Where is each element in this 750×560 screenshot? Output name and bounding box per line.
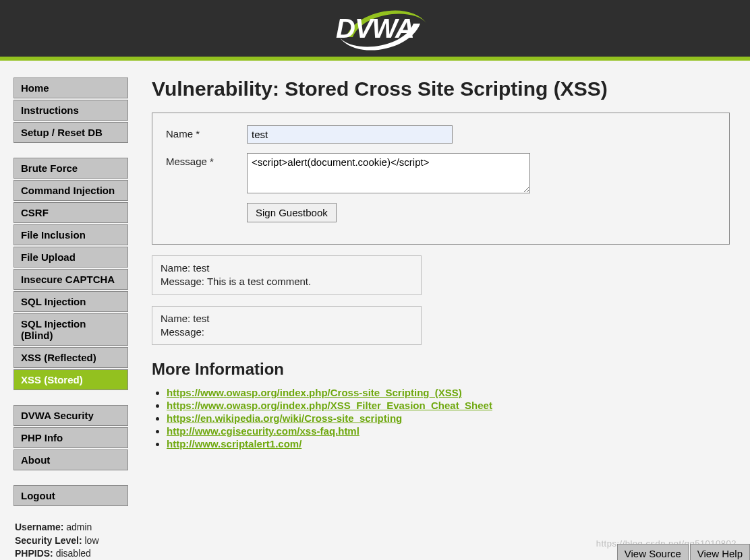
- entry-name-label: Name:: [161, 313, 190, 324]
- info-links-list: https://www.owasp.org/index.php/Cross-si…: [167, 387, 730, 449]
- sidebar-item-file-inclusion[interactable]: File Inclusion: [13, 224, 128, 245]
- info-link[interactable]: https://www.owasp.org/index.php/XSS_Filt…: [167, 400, 492, 411]
- sidebar-item-setup[interactable]: Setup / Reset DB: [13, 122, 128, 143]
- header-bar: DVWA: [0, 0, 750, 61]
- sidebar-item-insecure-captcha[interactable]: Insecure CAPTCHA: [13, 269, 128, 290]
- more-info-heading: More Information: [152, 360, 730, 379]
- sidebar-item-sql-injection-blind[interactable]: SQL Injection (Blind): [13, 313, 128, 346]
- sidebar-item-csrf[interactable]: CSRF: [13, 202, 128, 223]
- info-link[interactable]: https://en.wikipedia.org/wiki/Cross-site…: [167, 412, 402, 424]
- sidebar-item-logout[interactable]: Logout: [13, 485, 128, 506]
- guestbook-form: Name * Message * Sign Guestbook: [152, 113, 730, 245]
- logo: DVWA: [336, 13, 414, 44]
- sidebar-item-dvwa-security[interactable]: DVWA Security: [13, 405, 128, 426]
- status-security-label: Security Level:: [15, 535, 82, 546]
- sidebar-item-file-upload[interactable]: File Upload: [13, 247, 128, 268]
- sign-guestbook-button[interactable]: Sign Guestbook: [247, 203, 337, 222]
- message-label: Message *: [166, 153, 247, 167]
- status-username-label: Username:: [15, 522, 63, 532]
- content-area: Vulnerability: Stored Cross Site Scripti…: [152, 77, 743, 560]
- page-title: Vulnerability: Stored Cross Site Scripti…: [152, 77, 730, 100]
- entry-msg-label: Message:: [161, 276, 204, 287]
- sidebar: Home Instructions Setup / Reset DB Brute…: [7, 77, 152, 560]
- view-source-button[interactable]: View Source: [617, 544, 689, 560]
- sidebar-item-xss-reflected[interactable]: XSS (Reflected): [13, 347, 128, 368]
- menu-block-vulns: Brute Force Command Injection CSRF File …: [13, 158, 128, 390]
- entry-name-value: test: [193, 262, 209, 274]
- view-help-button[interactable]: View Help: [690, 544, 750, 560]
- menu-block-logout: Logout: [13, 485, 128, 506]
- sidebar-item-command-injection[interactable]: Command Injection: [13, 180, 128, 201]
- guestbook-entry: Name: test Message:: [152, 306, 422, 346]
- status-phpids-label: PHPIDS:: [15, 548, 53, 559]
- info-link[interactable]: http://www.scriptalert1.com/: [167, 438, 301, 449]
- status-phpids-value: disabled: [56, 548, 91, 559]
- info-link[interactable]: http://www.cgisecurity.com/xss-faq.html: [167, 425, 359, 437]
- sidebar-item-about[interactable]: About: [13, 449, 128, 470]
- logo-text: DVWA: [336, 13, 414, 44]
- sidebar-item-xss-stored[interactable]: XSS (Stored): [13, 369, 128, 390]
- name-input[interactable]: [247, 125, 453, 144]
- message-input[interactable]: [247, 153, 530, 193]
- status-username-value: admin: [66, 522, 92, 532]
- guestbook-entry: Name: test Message: This is a test comme…: [152, 255, 422, 295]
- sidebar-item-home[interactable]: Home: [13, 77, 128, 98]
- menu-block-main: Home Instructions Setup / Reset DB: [13, 77, 128, 143]
- entry-msg-value: This is a test comment.: [207, 276, 311, 287]
- bottom-buttons: View Source View Help: [616, 544, 750, 560]
- status-info: Username: admin Security Level: low PHPI…: [13, 521, 128, 560]
- entry-name-value: test: [193, 313, 209, 324]
- sidebar-item-sql-injection[interactable]: SQL Injection: [13, 291, 128, 312]
- menu-block-meta: DVWA Security PHP Info About: [13, 405, 128, 470]
- info-link[interactable]: https://www.owasp.org/index.php/Cross-si…: [167, 387, 462, 398]
- sidebar-item-php-info[interactable]: PHP Info: [13, 427, 128, 448]
- name-label: Name *: [166, 125, 247, 139]
- status-security-value: low: [85, 535, 99, 546]
- entry-name-label: Name:: [161, 262, 190, 274]
- sidebar-item-instructions[interactable]: Instructions: [13, 100, 128, 121]
- entry-msg-label: Message:: [161, 326, 204, 338]
- sidebar-item-brute-force[interactable]: Brute Force: [13, 158, 128, 179]
